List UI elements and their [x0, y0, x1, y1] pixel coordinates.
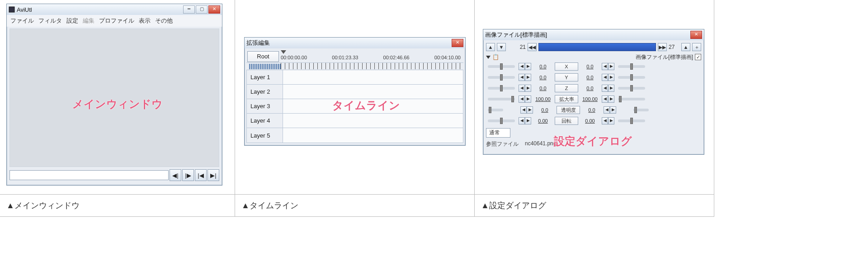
param-value-right[interactable]: 0.0 — [582, 107, 602, 113]
param-stepper-right[interactable]: ◀▶ — [602, 96, 614, 103]
subheader-label: 画像ファイル[標準描画] — [636, 53, 693, 61]
collapse-icon[interactable] — [486, 56, 491, 59]
timeline-title: 拡張編集 — [246, 39, 452, 47]
move-up-button[interactable]: ▲ — [681, 43, 690, 51]
close-button[interactable]: ✕ — [208, 5, 220, 14]
root-button[interactable]: Root — [247, 51, 279, 62]
param-stepper-right[interactable]: ◀▶ — [602, 85, 614, 92]
frame-range-bar[interactable] — [538, 43, 656, 51]
param-stepper-right[interactable]: ◀▶ — [602, 117, 614, 124]
param-row: ◀▶ 0.0 X 0.0 ◀▶ — [486, 61, 701, 72]
file-ref-name: nc40641.png — [525, 140, 556, 148]
param-stepper-left[interactable]: ◀▶ — [519, 85, 531, 92]
param-stepper-left[interactable]: ◀▶ — [520, 106, 533, 114]
layer-track[interactable] — [283, 114, 463, 128]
param-value-right[interactable]: 100.00 — [580, 96, 600, 102]
param-slider-left[interactable] — [488, 109, 503, 111]
maximize-button[interactable]: ▢ — [196, 5, 208, 14]
timeline-titlebar[interactable]: 拡張編集 ✕ — [245, 38, 465, 48]
param-slider-right[interactable] — [633, 109, 649, 111]
menu-profile[interactable]: プロファイル — [99, 17, 134, 25]
timeline-close-button[interactable]: ✕ — [452, 39, 463, 47]
param-slider-left[interactable] — [488, 119, 515, 122]
layer-label[interactable]: Layer 2 — [247, 85, 283, 99]
param-name-button[interactable]: 透明度 — [557, 106, 580, 114]
param-name-button[interactable]: 回転 — [555, 117, 578, 125]
timescale[interactable]: 00:00:00.00 00:01:23.33 00:02:46.66 00:0… — [281, 50, 463, 62]
param-stepper-right[interactable]: ◀▶ — [602, 63, 614, 70]
layer-down-button[interactable]: ▼ — [497, 43, 506, 51]
clipboard-icon[interactable]: 📋 — [492, 54, 499, 60]
param-name-button[interactable]: Y — [555, 73, 578, 81]
param-value-left[interactable]: 0.0 — [535, 107, 555, 113]
settings-titlebar[interactable]: 画像ファイル[標準描画] ✕ — [483, 29, 704, 40]
layer-up-button[interactable]: ▲ — [486, 43, 495, 51]
menu-file[interactable]: ファイル — [10, 17, 34, 25]
param-value-right[interactable]: 0.0 — [580, 64, 600, 69]
layer-track[interactable] — [283, 99, 463, 113]
param-name-button[interactable]: X — [555, 62, 578, 71]
jump-start-button[interactable]: |◀ — [195, 169, 207, 181]
add-button[interactable]: ＋ — [692, 43, 701, 51]
menu-view[interactable]: 表示 — [139, 17, 151, 25]
file-ref-label[interactable]: 参照ファイル — [486, 140, 519, 148]
jump-start-icon[interactable]: ◀◀ — [528, 43, 537, 51]
layer-track[interactable] — [283, 128, 463, 143]
param-slider-left[interactable] — [488, 87, 515, 90]
layer-label[interactable]: Layer 5 — [247, 128, 283, 143]
layer-row: Layer 5 — [247, 128, 463, 143]
param-stepper-left[interactable]: ◀▶ — [519, 117, 531, 124]
layer-row: Layer 3 — [247, 99, 463, 114]
param-value-right[interactable]: 0.0 — [580, 86, 600, 91]
param-slider-left[interactable] — [488, 76, 515, 79]
main-window-titlebar[interactable]: AviUtl ━ ▢ ✕ — [7, 4, 222, 15]
param-value-right[interactable]: 0.0 — [580, 75, 600, 80]
app-icon — [9, 6, 15, 13]
param-name-button[interactable]: 拡大率 — [555, 95, 578, 103]
param-slider-right[interactable] — [618, 119, 645, 122]
param-value-right[interactable]: 0.00 — [580, 118, 600, 124]
timeline-window: 拡張編集 ✕ Root 00:00:00.00 00:01:23.33 — [244, 37, 466, 146]
param-name-button[interactable]: Z — [555, 84, 578, 92]
blend-mode-select[interactable]: 通常 — [486, 128, 510, 138]
cell-main-window: AviUtl ━ ▢ ✕ ファイル フィルタ 設定 編集 プロファイル 表示 そ… — [0, 0, 235, 195]
jump-end-icon[interactable]: ▶▶ — [658, 43, 667, 51]
menu-other[interactable]: その他 — [155, 17, 173, 25]
layer-label[interactable]: Layer 3 — [247, 99, 283, 113]
timeline-minimap[interactable] — [249, 64, 281, 69]
param-value-left[interactable]: 100.00 — [533, 96, 553, 102]
param-value-left[interactable]: 0.0 — [533, 86, 553, 91]
layer-label[interactable]: Layer 4 — [247, 114, 283, 128]
layer-track[interactable] — [283, 85, 463, 99]
param-value-left[interactable]: 0.0 — [533, 64, 553, 69]
param-slider-right[interactable] — [618, 76, 645, 79]
param-stepper-right[interactable]: ◀▶ — [602, 74, 614, 81]
seek-track[interactable] — [9, 170, 169, 180]
param-slider-left[interactable] — [488, 98, 515, 100]
step-back-button[interactable]: ◀| — [170, 169, 181, 181]
menu-edit[interactable]: 編集 — [83, 17, 94, 25]
main-menubar: ファイル フィルタ 設定 編集 プロファイル 表示 その他 — [7, 15, 222, 27]
menu-filter[interactable]: フィルタ — [38, 17, 62, 25]
layer-label[interactable]: Layer 1 — [247, 70, 283, 84]
minimize-button[interactable]: ━ — [183, 5, 195, 14]
param-slider-right[interactable] — [618, 65, 645, 68]
step-fwd-button[interactable]: |▶ — [182, 169, 194, 181]
param-slider-right[interactable] — [618, 87, 645, 90]
jump-end-button[interactable]: ▶| — [208, 169, 219, 181]
settings-close-button[interactable]: ✕ — [690, 31, 702, 39]
param-slider-right[interactable] — [618, 98, 645, 100]
enable-checkbox[interactable]: ✓ — [695, 54, 701, 60]
param-value-left[interactable]: 0.0 — [533, 75, 553, 80]
param-stepper-left[interactable]: ◀▶ — [519, 74, 531, 81]
param-stepper-right[interactable]: ◀▶ — [604, 106, 616, 114]
playhead-icon[interactable] — [281, 50, 286, 55]
menu-settings[interactable]: 設定 — [66, 17, 78, 25]
param-stepper-left[interactable]: ◀▶ — [519, 96, 531, 103]
layer-track[interactable] — [283, 70, 463, 84]
param-slider-left[interactable] — [488, 65, 515, 68]
param-stepper-left[interactable]: ◀▶ — [519, 63, 531, 70]
param-row: ◀▶ 0.0 Z 0.0 ◀▶ — [486, 83, 701, 94]
cell-timeline: 拡張編集 ✕ Root 00:00:00.00 00:01:23.33 — [235, 0, 475, 195]
param-value-left[interactable]: 0.00 — [533, 118, 553, 124]
